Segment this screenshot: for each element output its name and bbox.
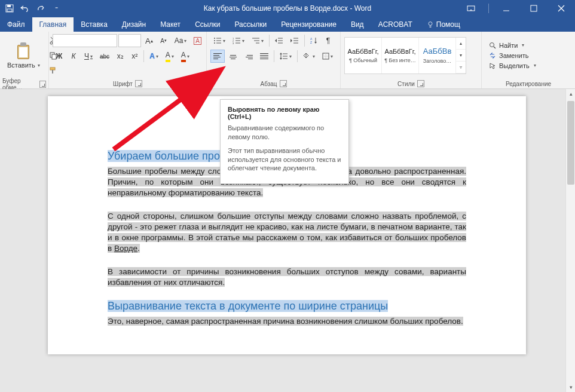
style-no-spacing[interactable]: АаБбВвГг, ¶ Без инте… (382, 38, 419, 74)
show-pilcrow-button[interactable]: ¶ (322, 34, 335, 47)
align-right-button[interactable] (241, 50, 256, 63)
group-paragraph: Абзац (260, 81, 277, 87)
lightbulb-icon (427, 21, 434, 28)
minimize-icon[interactable] (493, 0, 520, 17)
bold-button[interactable]: Ж (53, 50, 66, 63)
sort-button[interactable]: AZ (307, 34, 320, 47)
replace-button[interactable]: Заменить (488, 51, 537, 60)
font-size-combo[interactable] (118, 34, 141, 47)
group-styles: Стили (397, 81, 415, 87)
svg-rect-1 (7, 5, 11, 7)
close-icon[interactable] (548, 0, 575, 17)
tab-design[interactable]: Дизайн (115, 17, 153, 32)
doc-paragraph-3: В зависимости от причины возникновения б… (108, 267, 466, 288)
font-name-combo[interactable] (53, 34, 117, 47)
svg-point-50 (490, 42, 494, 47)
qat-more-icon[interactable]: ⁼ (51, 4, 61, 13)
gallery-down[interactable]: ▾ (456, 50, 466, 62)
tab-layout[interactable]: Макет (153, 17, 188, 32)
decrease-indent-button[interactable] (272, 34, 286, 47)
tell-me[interactable]: Помощ (422, 17, 465, 32)
clipboard-icon (15, 42, 32, 60)
align-justify-button[interactable] (257, 50, 271, 63)
redo-icon[interactable] (36, 4, 45, 13)
doc-paragraph-2: С одной стороны, слишком большие отступы… (108, 211, 466, 255)
change-case-button[interactable]: Aa▾ (172, 34, 190, 47)
svg-point-8 (429, 22, 432, 26)
tab-insert[interactable]: Вставка (74, 17, 115, 32)
styles-launcher[interactable] (417, 80, 424, 87)
scroll-thumb[interactable] (567, 101, 574, 185)
find-icon (489, 42, 496, 49)
font-launcher[interactable] (135, 80, 142, 87)
underline-button[interactable]: Ч▾ (81, 50, 96, 63)
ribbon-tabs: Файл Главная Вставка Дизайн Макет Ссылки… (0, 17, 575, 32)
tab-file[interactable]: Файл (0, 17, 32, 32)
ribbon: Вставить▾ Буфер обме… A▴ A▾ Aa▾ A Ж К (0, 32, 575, 89)
text-effects-button[interactable]: A▾ (146, 50, 161, 63)
group-font: Шрифт (113, 81, 133, 87)
svg-rect-5 (531, 5, 537, 11)
italic-button[interactable]: К (67, 50, 80, 63)
tab-references[interactable]: Ссылки (188, 17, 227, 32)
bullets-button[interactable]: ▾ (210, 34, 228, 47)
svg-rect-2 (7, 9, 12, 11)
multilevel-list-button[interactable]: ▾ (249, 34, 267, 47)
gallery-more[interactable]: ▿ (456, 62, 466, 74)
tab-mailings[interactable]: Рассылки (227, 17, 274, 32)
tab-view[interactable]: Вид (344, 17, 371, 32)
vertical-scrollbar[interactable]: ▴ ▾ (565, 89, 575, 392)
clear-formatting-button[interactable]: A (191, 34, 204, 47)
replace-icon (489, 52, 496, 59)
align-left-button[interactable] (210, 50, 225, 63)
paste-button[interactable]: Вставить▾ (4, 41, 44, 70)
subscript-button[interactable]: x₂ (114, 50, 127, 63)
group-editing: Редактирование (506, 81, 551, 87)
select-button[interactable]: Выделить▾ (488, 62, 537, 70)
strikethrough-button[interactable]: abc (97, 50, 112, 63)
font-color-button[interactable]: A▾ (178, 50, 192, 63)
grow-font-button[interactable]: A▴ (142, 34, 156, 47)
style-heading1[interactable]: АаБбВв Заголово… (419, 38, 456, 74)
tab-acrobat[interactable]: ACROBAT (371, 17, 420, 32)
scroll-down[interactable]: ▾ (566, 382, 575, 392)
align-center-button[interactable] (226, 50, 240, 63)
scroll-up[interactable]: ▴ (566, 89, 575, 99)
svg-text:3: 3 (233, 42, 234, 44)
tab-home[interactable]: Главная (32, 17, 74, 32)
document-title: Как убрать большие пробелы в Ворде.docx … (204, 4, 371, 13)
svg-text:Z: Z (310, 41, 312, 44)
save-icon[interactable] (5, 4, 14, 13)
select-icon (489, 62, 496, 69)
style-normal[interactable]: АаБбВвГг, ¶ Обычный (345, 38, 382, 74)
title-bar: ⁼ Как убрать большие пробелы в Ворде.doc… (0, 0, 575, 17)
borders-button[interactable]: ▾ (319, 50, 336, 63)
increase-indent-button[interactable] (288, 34, 302, 47)
align-left-tooltip: Выровнять по левому краю (Ctrl+L) Выравн… (220, 99, 349, 184)
ribbon-options-icon[interactable] (457, 0, 485, 17)
doc-paragraph-4: Это, наверное, самая распространенная пр… (108, 316, 466, 327)
tab-review[interactable]: Рецензирование (274, 17, 344, 32)
doc-heading-2: Выравнивание текста в документе по ширин… (108, 300, 466, 313)
line-spacing-button[interactable]: ▾ (277, 50, 295, 63)
svg-point-19 (214, 38, 215, 39)
shrink-font-button[interactable]: A▾ (157, 34, 170, 47)
find-button[interactable]: Найти▾ (488, 41, 537, 50)
clipboard-launcher[interactable] (39, 81, 46, 88)
undo-icon[interactable] (20, 4, 30, 13)
gallery-up[interactable]: ▴ (456, 38, 466, 50)
svg-rect-3 (467, 6, 475, 11)
shading-button[interactable]: ▾ (300, 50, 318, 63)
superscript-button[interactable]: x² (128, 50, 141, 63)
numbering-button[interactable]: 123▾ (230, 34, 247, 47)
highlight-button[interactable]: A▾ (163, 50, 177, 63)
paragraph-launcher[interactable] (280, 80, 287, 87)
svg-point-21 (214, 40, 215, 41)
svg-line-51 (494, 47, 496, 48)
svg-point-23 (214, 42, 215, 44)
maximize-icon[interactable] (520, 0, 548, 17)
styles-gallery[interactable]: АаБбВвГг, ¶ Обычный АаБбВвГг, ¶ Без инте… (344, 37, 466, 74)
